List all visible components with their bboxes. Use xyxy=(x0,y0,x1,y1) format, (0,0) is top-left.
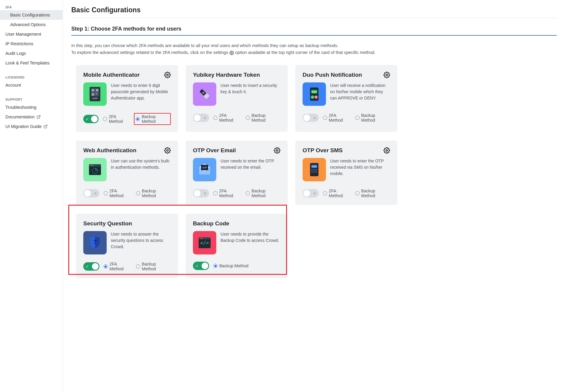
radio-2fa-mobile-auth[interactable] xyxy=(103,117,107,121)
radio-label-backup-backup-code: Backup Method xyxy=(219,263,248,268)
toggle-backup-code[interactable]: ✓ xyxy=(193,262,209,270)
card-backup-code: Backup Code </> User needs to provide th… xyxy=(186,214,288,278)
sidebar-item-advanced-options[interactable]: Advanced Options xyxy=(0,20,63,29)
svg-point-27 xyxy=(276,150,278,152)
radio-label-backup-duo-push: Backup Method xyxy=(361,113,390,123)
svg-point-23 xyxy=(90,165,91,166)
radio-backup-otp-email[interactable] xyxy=(246,191,250,195)
check-icon: ✓ xyxy=(86,117,89,121)
card-icon-yubikey xyxy=(193,82,216,106)
sidebar-item-documentation[interactable]: Documentation xyxy=(0,112,63,122)
svg-rect-15 xyxy=(310,88,318,101)
radio-backup-web-auth[interactable] xyxy=(136,191,140,195)
radio-backup-otp-sms[interactable] xyxy=(355,191,359,195)
toggle-otp-email[interactable]: ✕ xyxy=(193,189,209,197)
sidebar: 2FA Basic Configurations Advanced Option… xyxy=(0,0,63,392)
svg-point-20 xyxy=(167,150,168,152)
svg-rect-35 xyxy=(313,169,315,171)
svg-rect-39 xyxy=(315,171,317,173)
toggle-duo-push[interactable]: ✕ xyxy=(303,114,319,122)
card-description: User needs to enter the OTP received on … xyxy=(220,158,280,181)
svg-text:OTP: OTP xyxy=(93,97,97,100)
card-icon-web-auth xyxy=(83,158,107,181)
svg-point-24 xyxy=(92,165,93,166)
gear-icon[interactable] xyxy=(164,147,171,154)
card-description: User needs to insert a security key & to… xyxy=(220,82,280,106)
radio-label-backup-web-auth: Backup Method xyxy=(142,189,171,198)
page-title: Basic Configurations xyxy=(71,6,557,18)
gear-icon[interactable] xyxy=(164,72,171,78)
radio-backup-mobile-auth[interactable] xyxy=(136,117,140,121)
close-icon: ✕ xyxy=(313,191,316,196)
card-description: User needs to enter the OTP received via… xyxy=(330,158,390,181)
svg-text:</>: </> xyxy=(200,240,209,246)
external-link-icon xyxy=(37,115,41,119)
radio-2fa-otp-sms[interactable] xyxy=(323,191,327,195)
toggle-web-auth[interactable]: ✕ xyxy=(83,189,99,197)
sidebar-item-look-feel[interactable]: Look & Feel Templates xyxy=(0,58,63,68)
radio-2fa-security-question[interactable] xyxy=(104,264,108,269)
radio-backup-security-question[interactable] xyxy=(136,264,140,269)
gear-icon[interactable] xyxy=(274,147,280,154)
toggle-yubikey[interactable]: ✕ xyxy=(193,114,209,122)
radio-label-backup-otp-sms: Backup Method xyxy=(361,189,390,198)
sidebar-item-troubleshooting[interactable]: Troubleshooting xyxy=(0,102,63,112)
gear-icon[interactable] xyxy=(383,72,390,78)
radio-label-2fa-otp-sms: 2FA Method xyxy=(329,189,351,198)
card-icon-security-question: ? xyxy=(83,231,107,254)
card-otp-sms: OTP Over SMS SMS User needs to enter the… xyxy=(295,141,397,205)
card-icon-backup-code: </> xyxy=(193,231,216,254)
toggle-mobile-auth[interactable]: ✓ xyxy=(83,115,99,123)
toggle-security-question[interactable]: ✓ xyxy=(83,262,99,271)
sidebar-item-ui-migration[interactable]: UI Migration Guide xyxy=(0,122,63,131)
card-title: Security Question xyxy=(83,220,132,227)
svg-rect-37 xyxy=(311,171,313,173)
radio-2fa-duo-push[interactable] xyxy=(323,116,327,120)
radio-label-backup-yubikey: Backup Method xyxy=(252,113,280,123)
card-description: User will receive a notification on his/… xyxy=(330,82,390,106)
card-footer: ✓ Backup Method xyxy=(193,262,280,270)
radio-label-2fa-web-auth: 2FA Method xyxy=(110,189,132,198)
card-duo-push: Duo Push Notification DUO User will rece… xyxy=(295,65,397,132)
radio-backup-yubikey[interactable] xyxy=(246,116,250,120)
card-title: Web Authentication xyxy=(83,147,136,154)
sidebar-item-user-management[interactable]: User Management xyxy=(0,29,63,39)
card-icon-otp-sms: SMS xyxy=(303,158,326,181)
radio-backup-duo-push[interactable] xyxy=(355,116,359,120)
svg-rect-38 xyxy=(313,171,315,173)
radio-2fa-otp-email[interactable] xyxy=(213,191,217,195)
svg-point-30 xyxy=(386,150,388,152)
radio-2fa-yubikey[interactable] xyxy=(213,116,217,120)
svg-text:OTP: OTP xyxy=(203,167,207,169)
card-security-question: Security Question ? User needs to answer… xyxy=(76,214,178,278)
toggle-otp-sms[interactable]: ✕ xyxy=(303,189,319,197)
close-icon: ✕ xyxy=(203,191,207,196)
svg-point-2 xyxy=(231,52,232,53)
svg-rect-7 xyxy=(96,89,98,91)
card-web-auth: Web Authentication User can use the syst… xyxy=(76,141,178,205)
card-title: Mobile Authenticator xyxy=(83,72,140,78)
radio-label-2fa-otp-email: 2FA Method xyxy=(219,189,241,198)
sidebar-item-ip-restrictions[interactable]: IP Restrictions xyxy=(0,39,63,49)
card-title: Backup Code xyxy=(193,220,229,227)
card-description: User needs to enter 6 digit passcode gen… xyxy=(111,82,171,106)
card-footer: ✓ 2FA Method Backup Method xyxy=(83,113,171,125)
card-footer: ✕ 2FA Method Backup Method xyxy=(303,113,390,123)
sidebar-section-2fa: 2FA xyxy=(0,3,63,10)
sidebar-item-audit-logs[interactable]: Audit Logs xyxy=(0,49,63,58)
svg-rect-34 xyxy=(311,169,313,171)
radio-label-backup-security-question: Backup Method xyxy=(142,262,171,271)
gear-icon[interactable] xyxy=(383,147,390,154)
card-title: Yubikey Hardware Token xyxy=(193,72,260,78)
card-footer: ✕ 2FA Method Backup Method xyxy=(303,189,390,198)
sidebar-item-account[interactable]: Account xyxy=(0,80,63,90)
svg-rect-9 xyxy=(96,93,97,94)
card-description: User needs to answer the security questi… xyxy=(111,231,171,254)
radio-2fa-web-auth[interactable] xyxy=(104,191,108,195)
svg-line-0 xyxy=(38,115,40,117)
card-description: User can use the system's built-in authe… xyxy=(111,158,171,181)
radio-backup-backup-code[interactable] xyxy=(213,264,217,268)
card-otp-email: OTP Over Email OTP User needs to enter t… xyxy=(186,141,288,205)
card-icon-duo-push: DUO xyxy=(303,82,326,106)
sidebar-item-basic-config[interactable]: Basic Configurations xyxy=(0,10,63,20)
